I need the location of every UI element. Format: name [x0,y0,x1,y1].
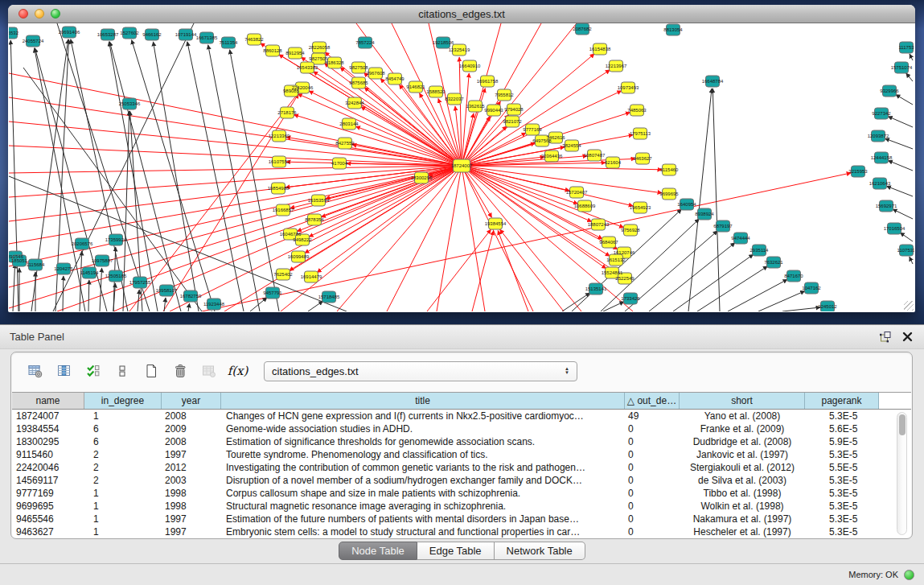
citation-edge-black[interactable] [893,209,913,219]
citation-edge-red[interactable] [462,166,624,228]
citation-edge-red[interactable] [462,23,577,166]
column-header-out_degree[interactable]: △ out_de… [625,393,680,409]
column-header-in_degree[interactable]: in_degree [84,393,162,409]
table-row[interactable]: 911546021997Tourette syndrome. Phenomeno… [12,448,911,461]
close-panel-icon[interactable] [902,332,913,342]
citation-edge-black[interactable] [758,291,805,311]
delete-table-icon[interactable] [198,360,220,382]
citation-edge-red[interactable] [170,166,462,311]
network-node-label: 2967608 [366,71,385,76]
window-titlebar[interactable]: citations_edges.txt [8,5,915,23]
tab-edge-table[interactable]: Edge Table [417,542,495,560]
citation-edge-red[interactable] [309,166,462,237]
citation-edge-red[interactable] [9,166,462,244]
citation-edge-black[interactable] [308,301,323,311]
citation-edge-black[interactable] [697,266,767,311]
citation-edge-red[interactable] [361,107,462,166]
citation-edge-black[interactable] [13,264,15,311]
network-node-label: 1527602 [120,31,139,35]
citation-edge-red[interactable] [462,166,662,170]
column-header-year[interactable]: year [162,393,221,409]
citation-edge-black[interactable] [153,42,199,311]
table-scrollbar[interactable] [897,412,907,535]
citation-edge-black[interactable] [896,95,913,105]
fx-icon[interactable]: f(x) [227,360,248,382]
citation-edge-red[interactable] [462,166,577,204]
table-row[interactable]: 946362711997Embryonic stem cells: a mode… [12,525,911,538]
scrollbar-thumb[interactable] [899,414,906,435]
citation-edge-red[interactable] [321,166,462,217]
table-row[interactable]: 969969511998Structural magnetic resonanc… [12,500,911,513]
table-cell-title: Changes of HCN gene expression and I(f) … [221,410,625,422]
citation-edge-red[interactable] [500,229,564,311]
table-row[interactable]: 1938455462009Genome-wide association stu… [12,422,911,435]
citation-edge-black[interactable] [910,54,913,60]
column-header-title[interactable]: title [221,393,625,409]
table-cell-pagerank: 5.3E-5 [805,474,879,487]
select-all-icon[interactable] [82,360,104,382]
network-node-label: 2803144 [339,122,359,126]
citation-edge-black[interactable] [888,160,913,171]
table-cell-in_degree: 1 [84,410,162,422]
citation-edge-red[interactable] [305,166,462,253]
citation-edge-black[interactable] [713,89,720,311]
column-header-name[interactable]: name [12,393,84,409]
table-cell-pagerank: 5.3E-5 [805,410,879,422]
citation-edge-black[interactable] [53,23,194,311]
close-window-button[interactable] [18,9,28,19]
citation-edge-black[interactable] [782,307,820,311]
citation-edge-black[interactable] [100,268,102,311]
citation-edge-red[interactable] [9,166,462,308]
citation-edge-red[interactable] [9,166,462,197]
citation-edge-red[interactable] [462,166,485,311]
citation-edge-red[interactable] [462,89,485,166]
memory-ok-indicator[interactable] [904,570,914,580]
table-cell-year: 1998 [162,487,221,500]
citation-edge-black[interactable] [910,257,913,264]
network-node-label: 621604 [605,160,622,165]
citation-edge-red[interactable] [427,229,491,311]
citation-edge-red[interactable] [387,166,462,311]
citation-edge-black[interactable] [886,186,913,196]
citation-edge-red[interactable] [437,166,462,311]
column-header-short[interactable]: short [680,393,805,409]
citation-edge-black[interactable] [900,233,913,241]
table-cell-pagerank: 5.9E-5 [805,435,879,448]
maximize-window-button[interactable] [51,9,60,19]
citation-edge-red[interactable] [9,122,462,166]
tab-network-table[interactable]: Network Table [495,542,585,560]
rows-icon[interactable] [111,360,133,382]
citation-edge-black[interactable] [132,40,215,311]
table-row[interactable]: 977716911998Corpus callosum shape and si… [12,487,911,500]
citation-edge-black[interactable] [188,303,190,311]
citation-edge-black[interactable] [230,50,279,311]
minimize-window-button[interactable] [35,9,44,19]
table-row[interactable]: 1456911722003Disruption of a novel membe… [12,474,911,487]
table-cell-name: 9463627 [12,525,84,538]
citation-edge-black[interactable] [888,117,913,127]
network-graph[interactable]: 1872400712325419166409101696175879558128… [9,23,914,311]
table-row[interactable]: 1830029562008Estimation of significance … [12,435,911,448]
table-column-icon[interactable] [53,360,75,382]
network-canvas[interactable]: 1872400712325419166409101696175879558128… [9,23,914,311]
table-settings-icon[interactable] [24,360,46,382]
citation-edge-red[interactable] [9,166,462,173]
citation-edge-black[interactable] [88,280,89,311]
table-selector-dropdown[interactable]: citations_edges.txt▲▼ [264,361,577,381]
resize-grip[interactable] [904,301,914,311]
table-row[interactable]: 946554611997Estimation of the future num… [12,513,911,525]
citation-edge-red[interactable] [337,166,462,311]
citation-edge-black[interactable] [885,138,913,149]
column-header-pagerank[interactable]: pagerank [805,393,879,409]
table-row[interactable]: 2242004622012Investigating the contribut… [12,461,911,474]
tab-node-table[interactable]: Node Table [339,542,417,560]
citation-edge-black[interactable] [562,293,590,311]
table-row[interactable]: 1872400712008Changes of HCN gene express… [12,410,911,422]
citation-edge-black[interactable] [728,279,787,311]
network-node-label: 7955812 [495,93,514,97]
citation-edge-black[interactable] [63,276,64,311]
new-file-icon[interactable] [140,360,162,382]
trash-icon[interactable] [169,360,191,382]
float-panel-icon[interactable] [880,331,892,343]
citation-edge-black[interactable] [906,73,913,81]
